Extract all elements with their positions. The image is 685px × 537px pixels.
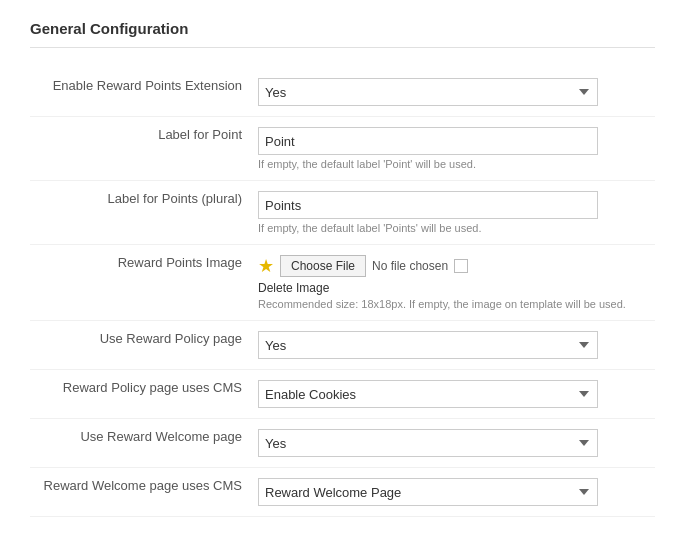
- label-use-policy: Use Reward Policy page: [30, 321, 250, 370]
- select-enable-reward[interactable]: Yes No: [258, 78, 598, 106]
- label-label-point: Label for Point: [30, 117, 250, 181]
- row-label-points: Label for Points (plural) If empty, the …: [30, 181, 655, 245]
- label-policy-cms: Reward Policy page uses CMS: [30, 370, 250, 419]
- select-use-policy[interactable]: Yes No: [258, 331, 598, 359]
- config-form: Enable Reward Points Extension Yes No La…: [30, 68, 655, 517]
- label-enable-reward: Enable Reward Points Extension: [30, 68, 250, 117]
- field-label-point: If empty, the default label 'Point' will…: [250, 117, 655, 181]
- select-policy-cms[interactable]: Enable Cookies Option 2: [258, 380, 598, 408]
- label-welcome-cms: Reward Welcome page uses CMS: [30, 468, 250, 517]
- star-icon: ★: [258, 257, 274, 275]
- choose-file-button[interactable]: Choose File: [280, 255, 366, 277]
- label-reward-image: Reward Points Image: [30, 245, 250, 321]
- image-checkbox[interactable]: [454, 259, 468, 273]
- row-policy-cms: Reward Policy page uses CMS Enable Cooki…: [30, 370, 655, 419]
- input-label-point[interactable]: [258, 127, 598, 155]
- hint-label-points: If empty, the default label 'Points' wil…: [258, 222, 647, 234]
- field-label-points: If empty, the default label 'Points' wil…: [250, 181, 655, 245]
- row-welcome-cms: Reward Welcome page uses CMS Reward Welc…: [30, 468, 655, 517]
- row-use-welcome: Use Reward Welcome page Yes No: [30, 419, 655, 468]
- hint-label-point: If empty, the default label 'Point' will…: [258, 158, 647, 170]
- row-label-point: Label for Point If empty, the default la…: [30, 117, 655, 181]
- hint-reward-image: Recommended size: 18x18px. If empty, the…: [258, 298, 647, 310]
- row-reward-image: Reward Points Image ★ Choose File No fil…: [30, 245, 655, 321]
- field-use-welcome: Yes No: [250, 419, 655, 468]
- row-use-policy: Use Reward Policy page Yes No: [30, 321, 655, 370]
- input-label-points[interactable]: [258, 191, 598, 219]
- label-use-welcome: Use Reward Welcome page: [30, 419, 250, 468]
- select-use-welcome[interactable]: Yes No: [258, 429, 598, 457]
- field-use-policy: Yes No: [250, 321, 655, 370]
- label-label-points: Label for Points (plural): [30, 181, 250, 245]
- row-enable-reward: Enable Reward Points Extension Yes No: [30, 68, 655, 117]
- field-policy-cms: Enable Cookies Option 2: [250, 370, 655, 419]
- delete-image-link[interactable]: Delete Image: [258, 281, 647, 295]
- select-welcome-cms[interactable]: Reward Welcome Page Option 2: [258, 478, 598, 506]
- no-file-text: No file chosen: [372, 259, 448, 273]
- field-welcome-cms: Reward Welcome Page Option 2: [250, 468, 655, 517]
- page-title: General Configuration: [30, 20, 655, 48]
- file-input-row: ★ Choose File No file chosen: [258, 255, 647, 277]
- field-reward-image: ★ Choose File No file chosen Delete Imag…: [250, 245, 655, 321]
- field-enable-reward: Yes No: [250, 68, 655, 117]
